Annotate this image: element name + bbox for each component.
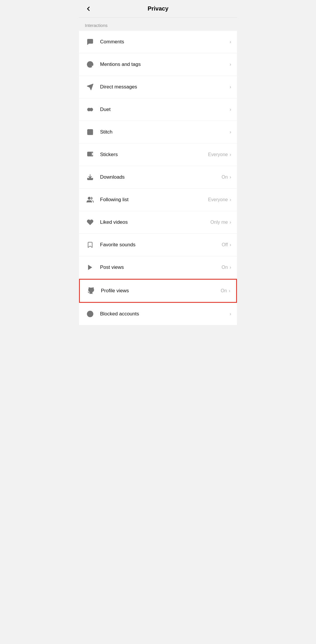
post-views-icon xyxy=(85,262,95,273)
svg-marker-14 xyxy=(88,265,92,270)
downloads-item[interactable]: Downloads On › xyxy=(79,166,237,189)
blocked-accounts-item[interactable]: Blocked accounts › xyxy=(79,303,237,325)
profile-views-icon xyxy=(86,286,96,296)
comments-chevron: › xyxy=(230,39,231,45)
stitch-chevron: › xyxy=(230,129,231,135)
dm-icon xyxy=(85,82,95,92)
stitch-icon xyxy=(85,127,95,137)
following-icon xyxy=(85,194,95,205)
dm-chevron: › xyxy=(230,84,231,90)
comments-right: › xyxy=(228,39,231,45)
downloads-right: On › xyxy=(221,175,231,180)
profile-views-item[interactable]: Profile views On › xyxy=(79,279,237,303)
svg-point-7 xyxy=(90,108,93,111)
svg-rect-9 xyxy=(89,131,91,133)
liked-videos-item[interactable]: Liked videos Only me › xyxy=(79,211,237,234)
liked-label: Liked videos xyxy=(100,219,210,225)
mentions-icon xyxy=(85,59,95,70)
settings-list: Comments › Mentions and tags › Direct me… xyxy=(79,31,237,325)
favorite-sounds-right: Off › xyxy=(222,242,231,247)
stitch-item[interactable]: Stitch › xyxy=(79,121,237,144)
favorite-sounds-label: Favorite sounds xyxy=(100,242,222,248)
section-label: Interactions xyxy=(79,18,237,31)
svg-point-1 xyxy=(90,41,90,42)
downloads-icon xyxy=(85,172,95,182)
liked-value: Only me xyxy=(210,220,228,225)
downloads-chevron: › xyxy=(230,175,231,180)
stickers-icon xyxy=(85,149,95,160)
following-chevron: › xyxy=(230,197,231,202)
page-title: Privacy xyxy=(147,5,168,12)
back-button[interactable] xyxy=(85,5,92,12)
dm-right: › xyxy=(228,84,231,90)
blocked-icon xyxy=(85,309,95,319)
blocked-accounts-chevron: › xyxy=(230,311,231,317)
stitch-label: Stitch xyxy=(100,129,228,135)
mentions-chevron: › xyxy=(230,62,231,67)
svg-point-0 xyxy=(89,41,90,42)
comments-item[interactable]: Comments › xyxy=(79,31,237,53)
stickers-label: Stickers xyxy=(100,152,208,158)
blocked-accounts-right: › xyxy=(228,311,231,317)
direct-messages-item[interactable]: Direct messages › xyxy=(79,76,237,98)
downloads-value: On xyxy=(221,175,228,180)
duet-item[interactable]: Duet › xyxy=(79,98,237,121)
following-label: Following list xyxy=(100,197,208,203)
profile-views-value: On xyxy=(221,288,227,293)
following-list-item[interactable]: Following list Everyone › xyxy=(79,189,237,211)
post-views-chevron: › xyxy=(230,265,231,270)
post-views-right: On › xyxy=(221,265,231,270)
profile-views-label: Profile views xyxy=(101,288,221,294)
profile-views-chevron: › xyxy=(229,288,230,293)
stitch-right: › xyxy=(228,129,231,135)
favorite-sounds-chevron: › xyxy=(230,242,231,247)
svg-point-13 xyxy=(88,197,90,199)
comments-label: Comments xyxy=(100,39,228,45)
post-views-value: On xyxy=(221,265,228,270)
mentions-item[interactable]: Mentions and tags › xyxy=(79,53,237,76)
svg-marker-5 xyxy=(87,84,93,90)
liked-chevron: › xyxy=(230,220,231,225)
profile-views-right: On › xyxy=(221,288,230,293)
svg-point-11 xyxy=(89,153,90,155)
liked-right: Only me › xyxy=(210,220,231,225)
favorite-sounds-item[interactable]: Favorite sounds Off › xyxy=(79,234,237,256)
mentions-label: Mentions and tags xyxy=(100,62,228,67)
dm-label: Direct messages xyxy=(100,84,228,90)
downloads-label: Downloads xyxy=(100,174,221,180)
favorite-sounds-value: Off xyxy=(222,242,228,247)
stickers-item[interactable]: Stickers Everyone › xyxy=(79,144,237,166)
duet-chevron: › xyxy=(230,107,231,112)
stickers-right: Everyone › xyxy=(208,152,231,157)
comments-icon xyxy=(85,37,95,47)
stickers-value: Everyone xyxy=(208,152,228,157)
following-value: Everyone xyxy=(208,197,228,202)
blocked-accounts-label: Blocked accounts xyxy=(100,311,228,317)
following-right: Everyone › xyxy=(208,197,231,202)
stickers-chevron: › xyxy=(230,152,231,157)
post-views-label: Post views xyxy=(100,264,221,270)
duet-label: Duet xyxy=(100,107,228,112)
favorite-sounds-icon xyxy=(85,240,95,250)
page-header: Privacy xyxy=(79,0,237,18)
liked-icon xyxy=(85,217,95,228)
post-views-item[interactable]: Post views On › xyxy=(79,256,237,279)
svg-point-2 xyxy=(91,41,91,42)
duet-icon xyxy=(85,104,95,115)
duet-right: › xyxy=(228,107,231,112)
mentions-right: › xyxy=(228,62,231,67)
